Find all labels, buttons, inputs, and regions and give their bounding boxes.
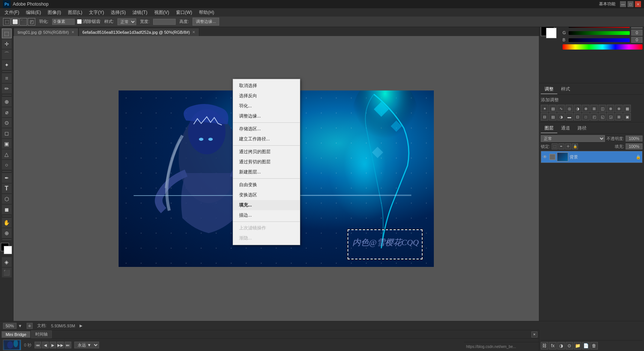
- mini-bridge-tab[interactable]: Mini Bridge: [2, 331, 30, 338]
- add-mask-btn[interactable]: ◑: [557, 342, 565, 349]
- levels-adj[interactable]: ▤: [549, 105, 557, 112]
- blur-tool-btn[interactable]: △: [2, 149, 12, 159]
- zoom-icon[interactable]: ▼: [18, 324, 22, 328]
- ctx-stroke[interactable]: 描边...: [233, 210, 300, 220]
- ctx-free-transform[interactable]: 自由变换: [233, 180, 300, 190]
- zoom-tool-btn[interactable]: ⊕: [2, 228, 12, 238]
- lasso-tool-btn[interactable]: ⌒: [2, 50, 12, 59]
- tab-6efa6ac[interactable]: 6efa6ac8516ea8130e6ae1d3adf252a.jpg @ 50…: [78, 28, 199, 36]
- menu-image[interactable]: 图像(I): [45, 9, 64, 17]
- channels-tab[interactable]: 通道: [557, 124, 574, 133]
- ctx-layer-via-copy[interactable]: 通过拷贝的图层: [233, 147, 300, 157]
- adj-icon-9[interactable]: ◲: [607, 113, 614, 121]
- g-slider[interactable]: [569, 31, 630, 35]
- style-select[interactable]: 正常: [117, 18, 136, 25]
- menu-layer[interactable]: 图层(L): [65, 9, 86, 17]
- paths-tab[interactable]: 路径: [574, 124, 590, 133]
- menu-help[interactable]: 帮助(H): [196, 9, 217, 17]
- bottom-panel-close-btn[interactable]: ✕: [531, 331, 537, 337]
- curves-adj[interactable]: ∿: [557, 105, 565, 112]
- clone-tool-btn[interactable]: ⊙: [2, 118, 12, 128]
- adj-icon-11[interactable]: ▣: [623, 113, 631, 121]
- path-tool-btn[interactable]: ⬡: [2, 194, 12, 204]
- tab-timg01-close[interactable]: ✕: [71, 30, 74, 34]
- lock-all-btn[interactable]: 🔒: [572, 143, 578, 149]
- menu-filter[interactable]: 滤镜(T): [129, 9, 150, 17]
- text-tool-btn[interactable]: T: [2, 184, 12, 193]
- new-group-btn[interactable]: 📁: [574, 342, 581, 349]
- delete-layer-btn[interactable]: 🗑: [590, 342, 598, 349]
- b-slider[interactable]: [569, 38, 630, 42]
- marquee-tool-btn[interactable]: ⬚: [2, 29, 12, 38]
- ctx-new-layer[interactable]: 新建图层...: [233, 167, 300, 177]
- tl-next-btn[interactable]: ▶▶: [57, 342, 64, 348]
- menu-text[interactable]: 文字(Y): [86, 9, 107, 17]
- gradient-tool-btn[interactable]: ▣: [2, 139, 12, 149]
- lock-image-btn[interactable]: ✒: [558, 143, 564, 149]
- adj-icon-7[interactable]: ◰: [590, 113, 598, 121]
- hue-sat-adj[interactable]: ⊕: [582, 105, 590, 112]
- magic-wand-tool-btn[interactable]: ✦: [2, 60, 12, 70]
- tl-next-frame-btn[interactable]: ⏭: [65, 342, 71, 348]
- posterize-adj[interactable]: ▤: [549, 113, 557, 121]
- ctx-feather[interactable]: 羽化...: [233, 101, 300, 111]
- quick-mask-btn[interactable]: ◈: [2, 257, 12, 267]
- tl-prev-frame-btn[interactable]: ⏮: [35, 342, 41, 348]
- feather-input[interactable]: [52, 19, 75, 25]
- fill-input[interactable]: [626, 143, 642, 149]
- selective-color-adj[interactable]: ⊡: [574, 113, 581, 121]
- ctx-save-selection[interactable]: 存储选区...: [233, 124, 300, 134]
- invert-adj[interactable]: ⊟: [541, 113, 548, 121]
- healing-tool-btn[interactable]: ⊕: [2, 97, 12, 107]
- adjust-edge-button[interactable]: 调整边缘...: [193, 18, 219, 26]
- color-spectrum[interactable]: [563, 44, 642, 51]
- color-balance-adj[interactable]: ⊞: [590, 105, 598, 112]
- add-style-btn[interactable]: fx: [549, 342, 557, 349]
- link-layers-btn[interactable]: ⛓: [541, 342, 548, 349]
- vibrance-adj[interactable]: ◑: [574, 105, 581, 112]
- blend-mode-select[interactable]: 正常: [541, 135, 605, 142]
- brush-tool-btn[interactable]: ⌀: [2, 107, 12, 117]
- g-value-input[interactable]: [631, 30, 642, 36]
- pen-tool-btn[interactable]: ✒: [2, 173, 12, 183]
- ctx-make-path[interactable]: 建立工作路径...: [233, 134, 300, 144]
- crop-tool-btn[interactable]: ⌗: [2, 73, 12, 83]
- style-tab[interactable]: 样式: [557, 85, 574, 94]
- color-swatch-area[interactable]: [1, 243, 13, 255]
- lock-transparent-btn[interactable]: ⬚: [552, 143, 558, 149]
- move-tool-btn[interactable]: ✛: [2, 39, 12, 49]
- menu-file[interactable]: 文件(F): [2, 9, 22, 17]
- menu-edit[interactable]: 编辑(E): [23, 9, 44, 17]
- menu-window[interactable]: 窗口(W): [173, 9, 195, 17]
- mini-bridge-thumb[interactable]: [3, 340, 21, 350]
- layers-tab[interactable]: 图层: [541, 124, 557, 133]
- bw-adj[interactable]: ◫: [599, 105, 606, 112]
- adj-icon-10[interactable]: ⊞: [615, 113, 623, 121]
- opacity-input[interactable]: [626, 136, 642, 142]
- brightness-contrast-adj[interactable]: ☀: [541, 105, 548, 112]
- b-value-input[interactable]: [631, 37, 642, 43]
- adj-icon-8[interactable]: ◱: [599, 113, 606, 121]
- gradient-map-adj[interactable]: ▬: [566, 113, 573, 121]
- hand-tool-btn[interactable]: ✋: [2, 218, 12, 227]
- ctx-layer-via-cut[interactable]: 通过剪切的图层: [233, 157, 300, 167]
- color-lookup-adj[interactable]: ▦: [623, 105, 631, 112]
- tl-play-btn[interactable]: ▶: [50, 342, 56, 348]
- new-adjustment-btn[interactable]: ⊙: [566, 342, 573, 349]
- dodge-tool-btn[interactable]: ○: [2, 160, 12, 170]
- adj-icon-6[interactable]: □: [582, 113, 590, 121]
- screen-mode-btn[interactable]: ⬛: [2, 268, 12, 277]
- loop-select[interactable]: 永远 ▼: [74, 342, 99, 348]
- eyedropper-tool-btn[interactable]: ✏: [2, 84, 12, 93]
- width-input[interactable]: [153, 19, 176, 25]
- tab-6efa6ac-close[interactable]: ✕: [192, 30, 195, 34]
- ctx-transform-selection[interactable]: 变换选区: [233, 190, 300, 200]
- photo-filter-adj[interactable]: ⊗: [607, 105, 614, 112]
- restore-button[interactable]: □: [627, 1, 633, 7]
- tab-timg01[interactable]: timg01.jpg @ 50%(RGB/8#) ✕: [14, 28, 78, 36]
- ctx-refine-edge[interactable]: 调整边缘...: [233, 111, 300, 121]
- zoom-input[interactable]: [3, 323, 17, 329]
- layer-item-background[interactable]: 👁 背景 🔒: [541, 151, 642, 163]
- ctx-inverse[interactable]: 选择反向: [233, 91, 300, 101]
- shape-tool-btn[interactable]: ◼: [2, 205, 12, 214]
